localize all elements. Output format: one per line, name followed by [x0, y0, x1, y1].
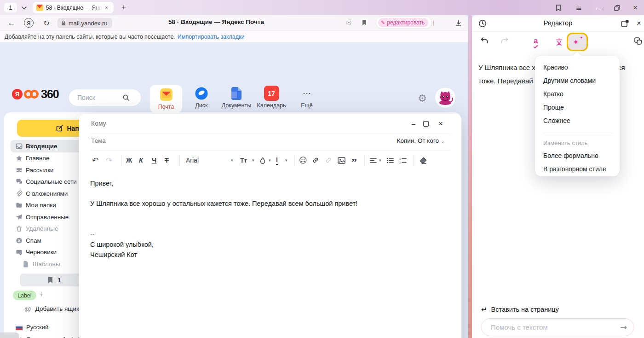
chevron-down-icon[interactable]: ▾ [285, 154, 288, 166]
chevron-down-icon[interactable]: ▾ [231, 154, 233, 166]
avatar[interactable] [435, 87, 455, 108]
mail-notify-icon[interactable]: ✉ [344, 18, 353, 27]
search-box[interactable] [69, 89, 141, 106]
ai-prompt-input[interactable] [490, 323, 620, 332]
back-icon[interactable]: ← [6, 18, 17, 28]
undo-icon[interactable] [478, 35, 490, 47]
menu-item[interactable]: Более формально [535, 149, 620, 162]
menu-item[interactable]: Проще [535, 100, 620, 114]
restore-window-icon[interactable] [611, 2, 622, 13]
sidebar-footer-link[interactable]: Скачать для Android [11, 333, 84, 338]
close-panel-icon[interactable]: × [634, 18, 644, 29]
spellcheck-button[interactable]: а [534, 36, 538, 46]
url-field[interactable]: mail.yandex.ru [58, 18, 112, 28]
bookmark-panel-icon[interactable] [553, 2, 564, 13]
add-mailbox-link[interactable]: @ Добавить ящик [24, 305, 79, 313]
app-disk[interactable]: Диск [185, 86, 218, 109]
undo-icon[interactable]: ↶ [92, 154, 98, 166]
image-icon[interactable] [338, 154, 345, 166]
copy-icon[interactable] [633, 36, 643, 46]
cc-from-toggle[interactable]: Копии, От кого ⌄ [79, 137, 445, 144]
fill-color-button[interactable] [259, 154, 266, 166]
page-title: 58 · Входящие — Яндекс Почта [138, 18, 294, 25]
gear-icon[interactable]: ⚙ [416, 92, 428, 104]
more-apps-icon: ⋯ [299, 86, 315, 101]
divider [90, 134, 450, 134]
ai-improve-button-highlighted[interactable]: ✦ ✦ [567, 33, 588, 51]
bold-button[interactable]: Ж [126, 154, 132, 166]
message-body[interactable]: Привет, У Шляпника все хорошо у остальны… [90, 178, 449, 260]
font-size-select[interactable]: Tт [240, 154, 247, 166]
minimize-window-icon[interactable]: – [593, 2, 604, 13]
browser-tab-strip: 1 58 · Входящие — Яндекс Почта × + ≡ – × [0, 0, 644, 15]
divider [90, 150, 450, 151]
redo-icon[interactable]: ↷ [106, 154, 112, 166]
browser-tab[interactable]: 58 · Входящие — Яндекс Почта × [33, 2, 114, 13]
eraser-icon[interactable] [420, 154, 427, 166]
refresh-icon[interactable]: ↻ [41, 18, 52, 28]
app-more[interactable]: ⋯ Ещё [290, 86, 323, 109]
search-input[interactable] [76, 93, 122, 102]
bookmark-icon[interactable] [360, 18, 369, 27]
numbered-list-icon[interactable]: 12 [399, 154, 407, 166]
label-tag[interactable]: Label [13, 291, 36, 300]
add-label-button[interactable]: + [40, 290, 44, 298]
underline-button[interactable]: Ч [152, 154, 156, 166]
italic-button[interactable]: К [139, 154, 143, 166]
lock-icon [61, 20, 66, 26]
compose-pencil-icon [56, 125, 63, 132]
to-field[interactable] [90, 119, 274, 128]
logo-suffix: 360 [41, 87, 59, 101]
app-documents[interactable]: Документы [220, 86, 253, 109]
redo-icon[interactable] [499, 35, 511, 47]
tab-counter-button[interactable]: 1 [4, 2, 17, 13]
new-tab-button[interactable]: + [118, 1, 130, 13]
insert-to-page-button[interactable]: ↵ Вставить на страницу [481, 305, 559, 314]
app-mail[interactable]: Почта [150, 85, 182, 113]
submit-arrow-icon[interactable]: → [620, 322, 627, 332]
yandex-360-logo[interactable]: Я 360 [12, 87, 59, 101]
link-icon[interactable] [312, 154, 319, 166]
quote-icon[interactable]: „ [351, 151, 357, 163]
at-icon: @ [24, 305, 31, 313]
minimize-compose-icon[interactable]: – [409, 120, 418, 128]
popout-window-icon[interactable] [620, 18, 630, 29]
chevron-down-icon[interactable]: ▾ [269, 154, 271, 166]
yandex-logo-icon[interactable]: Я [24, 18, 34, 28]
chevron-down-icon[interactable]: ▾ [252, 154, 254, 166]
chevron-down-icon[interactable]: ▾ [379, 154, 381, 166]
align-icon[interactable] [370, 154, 377, 166]
download-icon[interactable] [454, 18, 464, 28]
svg-text:2: 2 [399, 161, 401, 163]
translate-button[interactable] [553, 35, 565, 47]
strikethrough-button[interactable]: Т [165, 154, 169, 166]
text-color-button[interactable]: I [276, 156, 278, 165]
tab-close-icon[interactable]: × [105, 5, 108, 11]
edit-mode-pill[interactable]: ✎ редактировать ⋮ [376, 17, 432, 29]
sidebar-footer-link[interactable]: Русский [11, 321, 84, 333]
menu-item[interactable]: В разговорном стиле [535, 162, 620, 175]
maximize-compose-icon[interactable] [423, 121, 429, 127]
menu-item[interactable]: Красиво [535, 60, 620, 74]
panel-divider[interactable] [468, 15, 472, 338]
bookmark-count: 1 [58, 277, 61, 284]
close-window-icon[interactable]: × [630, 2, 641, 13]
import-bookmarks-link[interactable]: Импортировать закладки [178, 34, 245, 40]
font-family-select[interactable]: Arial [186, 154, 199, 166]
chevron-down-icon[interactable] [19, 4, 29, 12]
close-compose-icon[interactable]: × [436, 119, 445, 129]
edit-badge[interactable]: ✎ редактировать [378, 18, 428, 27]
bullet-list-icon[interactable] [386, 154, 394, 166]
menu-icon[interactable]: ≡ [573, 2, 584, 13]
ai-prompt-box[interactable]: → [481, 318, 634, 336]
ai-options-menu: КрасивоДругими словамиКраткоПрощеСложнее… [535, 56, 620, 176]
menu-item[interactable]: Другими словами [535, 74, 620, 87]
emoji-icon[interactable]: ☺ [299, 154, 307, 166]
more-options-icon[interactable]: ⋮ [431, 19, 437, 26]
file-icon [22, 260, 29, 268]
app-calendar[interactable]: 17 Календарь [255, 86, 288, 109]
menu-item[interactable]: Сложнее [535, 114, 620, 127]
menu-item[interactable]: Кратко [535, 87, 620, 100]
unlink-icon[interactable] [325, 154, 332, 166]
divider [413, 155, 414, 165]
